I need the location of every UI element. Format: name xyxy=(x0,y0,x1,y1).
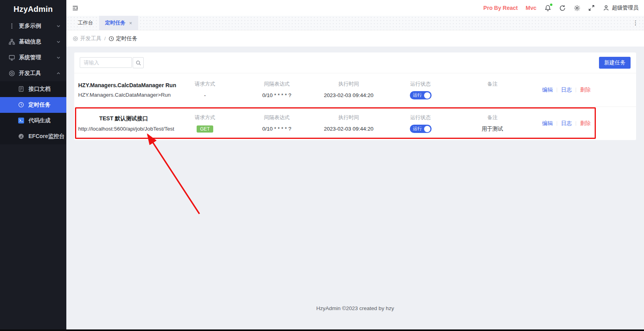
page-content: 新建任务 HZY.Managers.CalcDataManager Run HZ… xyxy=(66,47,644,331)
sidebar-item-label: 更多示例 xyxy=(19,22,56,30)
delete-link[interactable]: 删除 xyxy=(580,86,591,94)
sidebar-item-label: 定时任务 xyxy=(28,101,61,108)
api-icon xyxy=(73,36,78,41)
action-divider xyxy=(576,88,576,92)
bottom-edge-strip xyxy=(0,329,644,331)
sidebar-item-more-examples[interactable]: 更多示例 xyxy=(0,18,66,34)
top-header: Pro By React Mvc 超级管理员 xyxy=(66,0,644,16)
row-actions: 编辑 日志 删除 xyxy=(528,120,636,127)
tasks-toolbar: 新建任务 xyxy=(74,52,636,73)
sidebar-item-dev-tools[interactable]: 开发工具 xyxy=(0,65,66,81)
settings-gear-icon[interactable] xyxy=(574,5,580,11)
tab-bar: 工作台 定时任务 × ⋮ xyxy=(66,16,644,30)
refresh-icon[interactable] xyxy=(559,5,566,11)
exec-time-value: 2023-02-03 09:44:20 xyxy=(313,125,385,133)
tab-label: 工作台 xyxy=(78,19,93,26)
dashboard-icon xyxy=(18,133,24,140)
sidebar-item-label: 代码生成 xyxy=(28,117,61,124)
desktop-icon xyxy=(9,54,15,61)
sidebar-item-code-generation[interactable]: 代码生成 xyxy=(0,113,66,129)
app-logo: HzyAdmin xyxy=(0,0,66,18)
notification-dot xyxy=(550,4,552,6)
delete-link[interactable]: 删除 xyxy=(580,120,591,127)
tab-label: 定时任务 xyxy=(105,19,126,26)
sidebar-item-label: EFCore监控台 xyxy=(28,133,65,140)
sidebar-item-label: 开发工具 xyxy=(19,70,56,77)
search-icon xyxy=(135,60,141,66)
row-actions: 编辑 日志 删除 xyxy=(528,86,636,94)
status-cell: 运行状态 运行 xyxy=(385,114,456,133)
file-icon xyxy=(18,86,24,92)
search-input[interactable] xyxy=(80,57,132,68)
new-task-button[interactable]: 新建任务 xyxy=(599,57,631,69)
footer-text: HzyAdmin ©2023 created by hzy xyxy=(66,305,644,311)
method-value: - xyxy=(169,91,241,99)
http-method-badge: GET xyxy=(197,125,214,133)
user-menu[interactable]: 超级管理员 xyxy=(603,4,639,11)
tab-scheduled-tasks[interactable]: 定时任务 × xyxy=(99,16,138,30)
log-link[interactable]: 日志 xyxy=(561,86,572,94)
method-cell: 请求方式 - xyxy=(169,80,241,99)
remark-value xyxy=(456,91,528,99)
method-cell: 请求方式 GET xyxy=(169,114,241,133)
chevron-up-icon xyxy=(56,71,61,76)
breadcrumb: 开发工具 / 定时任务 xyxy=(66,30,644,47)
code-icon xyxy=(18,118,24,124)
exec-time-cell: 执行时间 2023-02-03 09:44:20 xyxy=(313,80,385,99)
status-cell: 运行状态 运行 xyxy=(385,80,456,99)
sidebar-item-basic-info[interactable]: 基础信息 xyxy=(0,34,66,50)
sidebar-item-label: 基础信息 xyxy=(19,38,56,45)
chevron-down-icon xyxy=(56,24,61,28)
task-title: HZY.Managers.CalcDataManager Run xyxy=(78,82,169,88)
sidebar-item-label: 接口文档 xyxy=(28,86,61,93)
task-name-cell: TEST 默认测试接口 http://localhost:5600/api/jo… xyxy=(74,115,169,132)
run-status-toggle[interactable]: 运行 xyxy=(410,91,432,99)
close-icon[interactable]: × xyxy=(129,21,132,26)
header-actions: Pro By React Mvc 超级管理员 xyxy=(483,4,638,11)
fullscreen-icon[interactable] xyxy=(588,5,595,11)
exec-time-value: 2023-02-03 09:44:20 xyxy=(313,91,385,99)
task-title: TEST 默认测试接口 xyxy=(78,115,169,122)
exec-time-cell: 执行时间 2023-02-03 09:44:20 xyxy=(313,114,385,133)
sidebar-item-label: 系统管理 xyxy=(19,54,56,61)
run-status-toggle[interactable]: 运行 xyxy=(410,125,432,133)
remark-cell: 备注 用于测试 xyxy=(456,114,528,133)
breadcrumb-current: 定时任务 xyxy=(109,35,137,42)
pro-by-react-link[interactable]: Pro By React xyxy=(483,5,518,11)
remark-value: 用于测试 xyxy=(456,125,528,133)
action-divider xyxy=(557,88,557,92)
action-divider xyxy=(557,121,557,126)
user-icon xyxy=(603,5,610,11)
toggle-knob xyxy=(424,92,430,99)
toggle-knob xyxy=(424,126,430,132)
task-name-cell: HZY.Managers.CalcDataManager Run HZY.Man… xyxy=(74,82,169,98)
sidebar-item-system-management[interactable]: 系统管理 xyxy=(0,50,66,65)
sidebar-menu: 更多示例 基础信息 系统管理 xyxy=(0,18,66,144)
search-button[interactable] xyxy=(133,57,144,68)
tab-options-icon[interactable]: ⋮ xyxy=(633,16,638,30)
notification-bell-icon[interactable] xyxy=(544,5,551,11)
cron-value: 0/10 * * * * ? xyxy=(241,91,313,99)
action-divider xyxy=(576,121,576,126)
task-target: HZY.Managers.CalcDataManager>Run xyxy=(78,92,169,98)
sidebar-item-api-docs[interactable]: 接口文档 xyxy=(0,81,66,97)
edit-link[interactable]: 编辑 xyxy=(542,120,553,127)
menu-fold-icon[interactable] xyxy=(72,5,79,11)
api-icon xyxy=(9,70,15,77)
sidebar-item-scheduled-tasks[interactable]: 定时任务 xyxy=(0,97,66,113)
breadcrumb-parent[interactable]: 开发工具 xyxy=(73,35,101,42)
search-group xyxy=(80,57,144,68)
more-icon xyxy=(9,23,15,29)
cron-cell: 间隔表达式 0/10 * * * * ? xyxy=(241,80,313,99)
main-area: Pro By React Mvc 超级管理员 xyxy=(66,0,644,331)
tab-workbench[interactable]: 工作台 xyxy=(72,16,99,30)
tasks-card: 新建任务 HZY.Managers.CalcDataManager Run HZ… xyxy=(74,52,636,140)
edit-link[interactable]: 编辑 xyxy=(542,86,553,94)
cron-value: 0/10 * * * * ? xyxy=(241,125,313,133)
log-link[interactable]: 日志 xyxy=(561,120,572,127)
cluster-icon xyxy=(9,39,15,45)
mvc-link[interactable]: Mvc xyxy=(526,5,536,11)
breadcrumb-separator: / xyxy=(104,36,106,41)
sidebar: HzyAdmin 更多示例 基础信息 系统管理 xyxy=(0,0,66,331)
sidebar-item-efcore-monitor[interactable]: EFCore监控台 xyxy=(0,129,66,144)
